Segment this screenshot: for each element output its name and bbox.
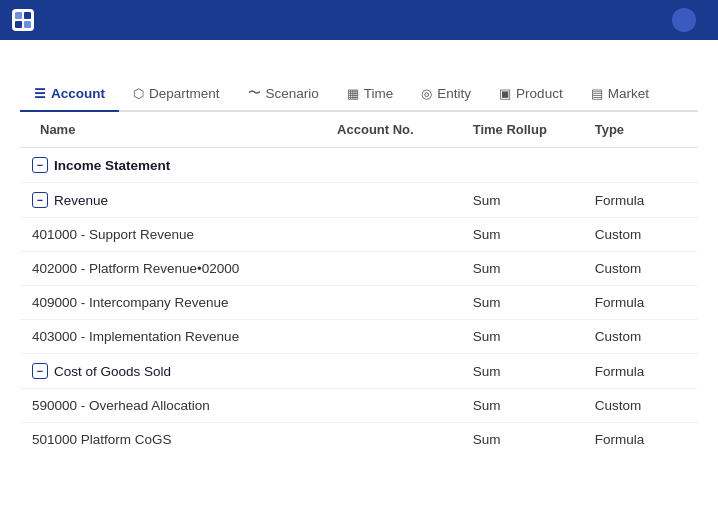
nav-left — [12, 9, 52, 31]
row-time-rollup — [461, 148, 583, 183]
table-row: 501000 Platform CoGS Sum Formula — [20, 423, 698, 457]
row-name: − Revenue — [20, 183, 325, 218]
time-tab-icon: ▦ — [347, 86, 359, 101]
row-type: Custom — [583, 320, 698, 354]
tab-time[interactable]: ▦Time — [333, 76, 408, 112]
row-time-rollup: Sum — [461, 286, 583, 320]
table-row: 590000 - Overhead Allocation Sum Custom — [20, 389, 698, 423]
col-header-account: Account No. — [325, 112, 461, 148]
tab-scenario[interactable]: 〜Scenario — [234, 76, 333, 112]
table-row: − Revenue Sum Formula — [20, 183, 698, 218]
row-account-no — [325, 183, 461, 218]
nav-right — [672, 8, 706, 32]
row-name: − Cost of Goods Sold — [20, 354, 325, 389]
help-icon[interactable] — [672, 8, 696, 32]
table-row: 402000 - Platform Revenue•02000 Sum Cust… — [20, 252, 698, 286]
row-name: 501000 Platform CoGS — [20, 423, 325, 457]
table-row: − Cost of Goods Sold Sum Formula — [20, 354, 698, 389]
expand-btn[interactable]: − — [32, 157, 48, 173]
tab-account[interactable]: ☰Account — [20, 76, 119, 112]
page-content: ☰Account⬡Department〜Scenario▦Time◎Entity… — [0, 40, 718, 456]
row-name: 590000 - Overhead Allocation — [20, 389, 325, 423]
row-account-no — [325, 423, 461, 457]
table-row: − Income Statement — [20, 148, 698, 183]
row-time-rollup: Sum — [461, 218, 583, 252]
row-time-rollup: Sum — [461, 354, 583, 389]
row-time-rollup: Sum — [461, 389, 583, 423]
row-account-no — [325, 218, 461, 252]
row-time-rollup: Sum — [461, 423, 583, 457]
row-type: Formula — [583, 423, 698, 457]
entity-tab-icon: ◎ — [421, 86, 432, 101]
table-row: 403000 - Implementation Revenue Sum Cust… — [20, 320, 698, 354]
col-header-name: Name — [20, 112, 325, 148]
col-header-type: Type — [583, 112, 698, 148]
tab-market[interactable]: ▤Market — [577, 76, 663, 112]
row-name: − Income Statement — [20, 148, 325, 183]
market-tab-icon: ▤ — [591, 86, 603, 101]
top-nav — [0, 0, 718, 40]
row-type: Formula — [583, 183, 698, 218]
row-name: 409000 - Intercompany Revenue — [20, 286, 325, 320]
table-row: 409000 - Intercompany Revenue Sum Formul… — [20, 286, 698, 320]
tab-department[interactable]: ⬡Department — [119, 76, 234, 112]
row-account-no — [325, 354, 461, 389]
tab-product[interactable]: ▣Product — [485, 76, 577, 112]
row-type: Formula — [583, 286, 698, 320]
accounts-table: Name Account No. Time Rollup Type − Inco… — [20, 112, 698, 456]
product-tab-icon: ▣ — [499, 86, 511, 101]
col-header-rollup: Time Rollup — [461, 112, 583, 148]
row-type: Custom — [583, 389, 698, 423]
row-account-no — [325, 286, 461, 320]
expand-btn[interactable]: − — [32, 363, 48, 379]
row-time-rollup: Sum — [461, 320, 583, 354]
expand-btn[interactable]: − — [32, 192, 48, 208]
row-type: Custom — [583, 218, 698, 252]
row-type: Custom — [583, 252, 698, 286]
row-time-rollup: Sum — [461, 252, 583, 286]
row-name: 402000 - Platform Revenue•02000 — [20, 252, 325, 286]
table-row: 401000 - Support Revenue Sum Custom — [20, 218, 698, 252]
scenario-tab-icon: 〜 — [248, 84, 261, 102]
account-tab-icon: ☰ — [34, 86, 46, 101]
tab-bar: ☰Account⬡Department〜Scenario▦Time◎Entity… — [20, 76, 698, 112]
row-account-no — [325, 320, 461, 354]
row-time-rollup: Sum — [461, 183, 583, 218]
row-name: 401000 - Support Revenue — [20, 218, 325, 252]
row-account-no — [325, 148, 461, 183]
app-icon — [12, 9, 34, 31]
tab-entity[interactable]: ◎Entity — [407, 76, 485, 112]
row-account-no — [325, 252, 461, 286]
row-name: 403000 - Implementation Revenue — [20, 320, 325, 354]
row-account-no — [325, 389, 461, 423]
department-tab-icon: ⬡ — [133, 86, 144, 101]
row-type — [583, 148, 698, 183]
row-type: Formula — [583, 354, 698, 389]
